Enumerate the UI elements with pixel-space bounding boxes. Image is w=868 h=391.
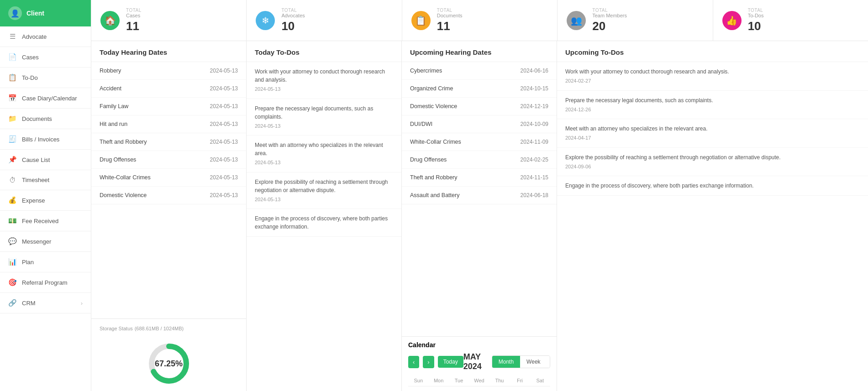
sidebar-item-referral[interactable]: 🎯 Referral Program [0,272,91,293]
sidebar-item-label: Cause List [22,156,50,163]
case-name: Drug Offenses [100,156,136,163]
stat-icon-to-dos: 👍 [722,11,742,30]
sidebar-item-bills[interactable]: 🧾 Bills / Invoices [0,129,91,150]
todo-date: 2024-05-13 [255,159,393,167]
chevron-right-icon: › [81,300,83,307]
calendar-day-label: Sun [408,378,428,383]
calendar-days-header: SunMonTueWedThuFriSat [408,378,550,386]
case-date: 2024-11-15 [521,174,548,181]
today-hearing-panel: Today Hearing Dates Robbery 2024-05-13 A… [91,41,247,391]
calendar-day-label: Fri [510,378,530,383]
referral-icon: 🎯 [8,278,16,287]
case-name: Domestic Violence [410,103,457,109]
hearing-row: Domestic Violence 2024-05-13 [91,187,246,204]
sidebar-item-timesheet[interactable]: ⏱ Timesheet [0,170,91,190]
sidebar-item-label: Timesheet [22,177,49,183]
content-area: Today Hearing Dates Robbery 2024-05-13 A… [91,41,868,391]
sidebar-item-label: Fee Received [22,218,58,224]
case-date: 2024-12-19 [521,103,548,109]
calendar-next-button[interactable]: › [423,356,434,368]
todo-date: 2024-09-06 [565,163,860,171]
sidebar-item-documents[interactable]: 📁 Documents [0,109,91,129]
stat-total-label: Total [126,8,142,13]
calendar-controls: ‹ › Today MAY 2024 Month Week Day [408,352,550,371]
stat-value: 11 [126,19,142,33]
sidebar-item-fee-received[interactable]: 💵 Fee Received [0,211,91,231]
sidebar-item-label: Expense [22,197,45,204]
sidebar-item-case-diary[interactable]: 📅 Case Diary/Calendar [0,88,91,109]
calendar-month-view-button[interactable]: Month [492,356,520,368]
todo-date: 2024-05-13 [255,85,393,93]
documents-icon: 📁 [8,115,16,123]
case-name: Hit and run [100,121,127,127]
case-date: 2024-05-13 [210,103,238,109]
hearing-row: Accident 2024-05-13 [91,80,246,98]
todo-date: 2024-04-17 [565,134,860,142]
hearing-row: Domestic Violence 2024-12-19 [402,98,557,115]
calendar-today-button[interactable]: Today [438,356,463,368]
timesheet-icon: ⏱ [8,176,16,184]
stat-category-label: Cases [126,13,142,18]
upcoming-hearing-panel: Upcoming Hearing Dates Cybercrimes 2024-… [402,41,557,391]
stat-icon-cases: 🏠 [100,11,120,30]
sidebar-item-messenger[interactable]: 💬 Messenger [0,231,91,252]
stat-category-label: To-Dos [748,13,764,18]
sidebar-client-item[interactable]: 👤 Client [0,0,91,26]
stat-value: 10 [281,19,305,33]
todo-row: Prepare the necessary legal documents, s… [557,91,868,120]
stat-category-label: Documents [437,13,463,18]
case-date: 2024-05-13 [210,139,238,145]
todo-text: Explore the possibility of reaching a se… [255,178,393,194]
expense-icon: 💰 [8,196,16,204]
stat-info: Total To-Dos 10 [748,8,764,33]
sidebar-item-label: Referral Program [22,279,68,286]
today-hearing-title: Today Hearing Dates [91,41,246,62]
upcoming-todos-list: Work with your attorney to conduct thoro… [557,62,868,391]
sidebar-item-label: Advocate [22,33,47,40]
stat-info: Total Advocates 10 [281,8,305,33]
sidebar-item-todo[interactable]: 📋 To-Do [0,68,91,88]
case-date: 2024-11-09 [521,139,548,145]
sidebar-item-cases[interactable]: 📄 Cases [0,47,91,68]
bills-icon: 🧾 [8,135,16,143]
upcoming-todos-panel: Upcoming To-Dos Work with your attorney … [557,41,868,391]
todo-row: Explore the possibility of reaching a se… [557,148,868,177]
today-todos-list: Work with your attorney to conduct thoro… [247,62,401,391]
case-date: 2024-10-15 [521,85,548,92]
todo-date: 2024-02-27 [565,77,860,85]
calendar-view-buttons: Month Week Day [492,355,550,368]
sidebar-item-cause-list[interactable]: 📌 Cause List [0,150,91,170]
sidebar-item-advocate[interactable]: ☰ Advocate [0,26,91,47]
calendar-prev-button[interactable]: ‹ [408,356,419,368]
storage-detail: (688.61MB / 1024MB) [135,326,184,331]
case-date: 2024-02-25 [521,156,548,163]
stat-item-advocates: ❄ Total Advocates 10 [247,0,402,41]
todo-row: Engage in the process of discovery, wher… [247,209,401,237]
hearing-row: White-Collar Crimes 2024-05-13 [91,169,246,187]
upcoming-hearing-title: Upcoming Hearing Dates [402,41,557,62]
hearing-row: Drug Offenses 2024-02-25 [402,151,557,169]
sidebar-item-label: Documents [22,115,52,122]
calendar-day-view-button[interactable]: Day [547,356,550,368]
storage-title: Storage Status (688.61MB / 1024MB) [100,324,238,332]
sidebar-item-plan[interactable]: 📊 Plan [0,252,91,272]
case-date: 2024-05-13 [210,68,238,74]
case-name: Drug Offenses [410,156,447,163]
case-name: Cybercrimes [410,68,442,74]
todo-date: 2024-05-13 [255,196,393,203]
todo-text: Engage in the process of discovery, wher… [255,214,393,231]
stat-item-team-members: 👥 Total Team Members 20 [558,0,713,41]
stat-total-label: Total [592,8,627,13]
sidebar-item-expense[interactable]: 💰 Expense [0,190,91,211]
stat-value: 20 [592,19,627,33]
case-date: 2024-10-09 [521,121,548,127]
calendar-week-view-button[interactable]: Week [520,356,547,368]
todo-text: Engage in the process of discovery, wher… [565,182,860,190]
todo-text: Work with your attorney to conduct thoro… [565,68,860,76]
todo-text: Meet with an attorney who specializes in… [565,125,860,133]
todo-row: Work with your attorney to conduct thoro… [247,62,401,99]
sidebar-item-crm[interactable]: 🔗 CRM › [0,293,91,313]
sidebar: 👤 Client ☰ Advocate 📄 Cases 📋 To-Do 📅 Ca… [0,0,91,391]
upcoming-todos-title: Upcoming To-Dos [557,41,868,62]
hearing-row: Robbery 2024-05-13 [91,62,246,80]
